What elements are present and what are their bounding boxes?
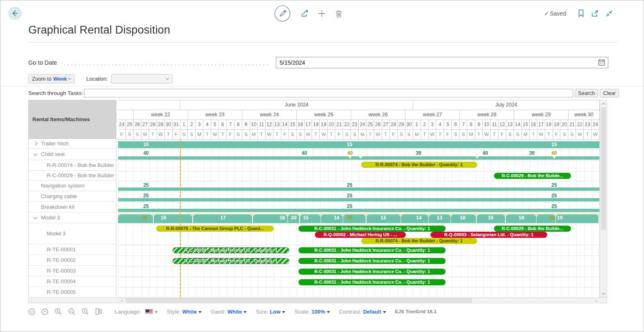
- weekday-header-cell: W: [157, 130, 165, 139]
- zoom-to-dropdown[interactable]: Zoom to Week: [28, 74, 75, 84]
- scale-dropdown[interactable]: Scale: 100%: [294, 309, 330, 315]
- task-bar[interactable]: R-C-00030 - Michael Hering US - Quantity…: [173, 247, 289, 253]
- weekday-header-cell: W: [429, 130, 437, 139]
- columns-button[interactable]: [95, 308, 102, 315]
- goto-date-input[interactable]: [276, 57, 608, 68]
- language-dropdown[interactable]: Language:: [115, 309, 158, 315]
- day-header-cell: 25: [126, 120, 134, 129]
- week-header-cell: week 30: [569, 110, 600, 120]
- row-expand-all-button[interactable]: [28, 308, 35, 315]
- capacity-segment: [321, 215, 342, 223]
- pencil-icon: [274, 5, 291, 22]
- style-dropdown[interactable]: Style: White: [167, 309, 202, 315]
- capacity-value: 25: [143, 182, 148, 188]
- search-button[interactable]: Search: [575, 89, 598, 97]
- capacity-value: 15: [347, 142, 352, 147]
- saved-status: ✓Saved: [544, 10, 566, 17]
- calendar-icon[interactable]: [598, 59, 605, 67]
- gantt-row-trailer-hitch: 151515: [118, 140, 599, 149]
- capacity-value: 25: [551, 182, 557, 188]
- panel-row-label: Navigation system: [29, 183, 84, 189]
- weekday-header-cell: W: [211, 130, 219, 139]
- panel-row-navigation-system[interactable]: Navigation system: [29, 181, 116, 191]
- vertical-scrollbar[interactable]: [600, 100, 607, 297]
- task-bar[interactable]: R-C-00029 - Bob the Builde...: [494, 226, 571, 232]
- task-bar[interactable]: R-Q-00003 - Selangorian Ltd. - Quantity:…: [430, 232, 547, 238]
- panel-row-r-te-00005[interactable]: R-TE-00005: [29, 287, 116, 298]
- search-tasks-input[interactable]: [84, 89, 573, 97]
- location-dropdown[interactable]: [111, 74, 173, 84]
- capacity-value: 40: [347, 150, 353, 156]
- capacity-value: 25: [143, 203, 148, 209]
- app-window: ✓Saved Graphical Rental Disposition Go t…: [0, 0, 644, 332]
- task-bar[interactable]: R-C-00031 - John Haddock Insurance Co. -…: [298, 269, 446, 275]
- edit-button[interactable]: [274, 5, 291, 22]
- weekday-header-cell: W: [266, 130, 273, 139]
- bookmark-button[interactable]: [578, 9, 584, 17]
- horizontal-scrollbar[interactable]: ‹ ›: [28, 297, 607, 303]
- clear-button[interactable]: Clear: [600, 89, 619, 97]
- task-bar[interactable]: R-Q-00002 - Michael Hering US - ...: [315, 232, 406, 238]
- task-bar[interactable]: R-C-00030 - Michael Hering US - Quantity…: [173, 258, 289, 264]
- task-bar[interactable]: R-C-00031 - John Haddock Insurance Co. -…: [298, 247, 446, 253]
- task-bar[interactable]: R-C-00031 - John Haddock Insurance Co. -…: [298, 258, 446, 264]
- panel-row-r-te-00003[interactable]: R-TE-00003: [29, 266, 116, 276]
- panel-row-charging-cable[interactable]: Charging cable: [29, 191, 116, 202]
- scroll-down-button[interactable]: [600, 290, 607, 297]
- weekday-header-cell: F: [118, 130, 126, 139]
- weekday-header-cell: T: [273, 130, 281, 139]
- panel-row-breakdown-kit[interactable]: Breakdown kit: [29, 202, 116, 212]
- gantt-footer-toolbar: Language: Style: White Gantt: White Size…: [28, 306, 437, 317]
- zoom-in-button[interactable]: [55, 308, 62, 315]
- panel-row-trailer-hitch[interactable]: Trailer hitch: [29, 139, 116, 149]
- horizontal-scroll-track[interactable]: [125, 298, 593, 303]
- share-button[interactable]: [300, 10, 308, 17]
- month-header-cell: [118, 100, 180, 110]
- panel-row-label: R-R-00074 - Bob the Builder - Q: [29, 162, 116, 168]
- panel-row-label: R-TE-00005: [29, 289, 76, 295]
- panel-row-label: Charging cable: [29, 193, 77, 199]
- day-header-cell: 6: [452, 120, 460, 129]
- size-value: Low: [270, 309, 280, 315]
- task-bar[interactable]: R-C-00029 - Bob the Builde...: [494, 173, 571, 179]
- week-header-cell: week 23: [188, 110, 243, 120]
- panel-row-child-seat[interactable]: Child seat: [29, 149, 116, 160]
- popout-button[interactable]: [591, 10, 598, 17]
- task-bar[interactable]: R-R-00074 - Bob the Builder - Quantity: …: [361, 162, 477, 168]
- capacity-value: 25: [551, 193, 557, 199]
- panel-row-r-c-00029-bob-the-builder-q[interactable]: R-C-00029 - Bob the Builder - Q: [29, 171, 116, 181]
- row-collapse-all-button[interactable]: [41, 308, 48, 315]
- zoom-out-button[interactable]: [68, 308, 75, 315]
- collapse-button[interactable]: [605, 10, 613, 17]
- task-bar[interactable]: R-C-00031 - John Haddock Insurance Co. -…: [298, 279, 446, 285]
- vertical-scroll-thumb[interactable]: [601, 107, 606, 230]
- task-bar[interactable]: R-R-00075 - The Cannon Group PLC - Quant…: [156, 226, 274, 232]
- contrast-dropdown[interactable]: Contrast: Default: [339, 309, 386, 315]
- day-header-cell: 16: [297, 120, 305, 129]
- zoom-reset-button[interactable]: [82, 308, 89, 315]
- panel-row-model-3[interactable]: Model 3: [29, 212, 116, 223]
- capacity-value: 25: [347, 203, 352, 209]
- horizontal-scroll-thumb[interactable]: [126, 298, 472, 303]
- add-button[interactable]: [318, 10, 325, 17]
- task-bar[interactable]: R-C-00031 - John Haddock Insurance Co. -…: [298, 226, 446, 232]
- panel-row-r-te-00001[interactable]: R-TE-00001: [29, 244, 116, 255]
- panel-row-r-te-00004[interactable]: R-TE-00004: [29, 276, 116, 287]
- panel-row-r-r-00074-bob-the-builder-q[interactable]: R-R-00074 - Bob the Builder - Q: [29, 160, 116, 171]
- chevron-down-icon: [68, 77, 71, 80]
- treegrid-brand: EJS TreeGrid 16.1: [395, 309, 437, 314]
- week-header-cell: week 29: [514, 110, 569, 120]
- back-button[interactable]: [8, 7, 22, 20]
- weekday-header-cell: S: [180, 130, 188, 139]
- scroll-up-button[interactable]: [600, 100, 607, 107]
- panel-row-model-3[interactable]: Model 3: [29, 223, 116, 244]
- delete-button[interactable]: [335, 10, 342, 18]
- weekday-header-cell: S: [514, 130, 522, 139]
- zoom-to-label: Zoom to: [32, 76, 52, 82]
- panel-row-r-te-00002[interactable]: R-TE-00002: [29, 255, 116, 266]
- size-dropdown[interactable]: Size: Low: [256, 309, 285, 315]
- gantt-style-dropdown[interactable]: Gantt: White: [211, 309, 247, 315]
- panel-row-label: R-C-00029 - Bob the Builder - Q: [29, 172, 116, 178]
- weekday-header-cell: T: [366, 130, 374, 139]
- task-bar[interactable]: R-R-00074 - Bob the Builder - Quantity: …: [361, 238, 477, 244]
